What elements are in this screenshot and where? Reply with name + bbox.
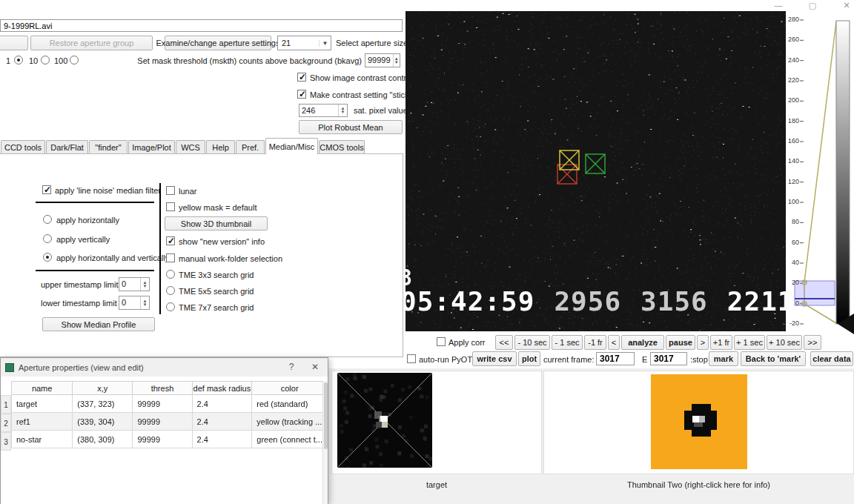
tab-wcs[interactable]: WCS — [176, 140, 205, 154]
yellow-mask-default-label[interactable]: yellow mask = default — [179, 203, 256, 212]
table-cell[interactable]: 99999 — [133, 431, 192, 448]
tme-3x3-search-grid-label[interactable]: TME 3x3 search grid — [179, 271, 254, 279]
tab-cmos-tools[interactable]: CMOS tools — [319, 140, 365, 154]
cut-off-button[interactable] — [0, 36, 28, 50]
dialog-titlebar[interactable]: Aperture properties (view and edit) — [1, 358, 328, 377]
tab-image-plot[interactable]: Image/Plot — [128, 140, 175, 154]
auto-run-pyote-label[interactable]: auto-run PyOTE — [419, 355, 477, 364]
lower-timestamp-spinner[interactable]: 0 ▲▼ — [119, 296, 150, 310]
tab-help[interactable]: Help — [206, 140, 235, 154]
spinner-arrows-icon[interactable]: ▲▼ — [140, 296, 149, 309]
restore-aperture-group-button[interactable]: Restore aperture group — [30, 36, 153, 50]
transport--button[interactable]: > — [697, 335, 709, 350]
median-direction-label[interactable]: apply horizontally and vertically — [56, 253, 169, 262]
table-cell[interactable]: (339, 304) — [73, 413, 133, 431]
dialog-help-button[interactable]: ? — [285, 360, 298, 374]
transport-pause-button[interactable]: pause — [666, 335, 695, 350]
spinner-arrows-icon[interactable]: ▲▼ — [338, 105, 347, 116]
tme-7x7-search-grid-label[interactable]: TME 7x7 search grid — [179, 303, 254, 312]
write-csv-button[interactable]: write csv — [472, 351, 517, 366]
lunar-label[interactable]: lunar — [179, 187, 196, 196]
show-contrast-checkbox[interactable] — [297, 73, 306, 82]
table-cell[interactable]: 2.4 — [192, 413, 252, 431]
zoom-radio[interactable] — [70, 56, 79, 64]
tab-ccd-tools[interactable]: CCD tools — [1, 140, 45, 154]
table-cell[interactable]: 99999 — [133, 395, 192, 413]
table-row[interactable]: ref1(339, 304)999992.4yellow (tracking .… — [12, 413, 328, 431]
median-direction-label[interactable]: apply vertically — [56, 235, 110, 244]
apply-corr-label[interactable]: Apply corr — [448, 338, 486, 347]
contrast-sticky-checkbox[interactable] — [297, 90, 306, 99]
transport--button[interactable]: << — [495, 335, 513, 350]
transport--button[interactable]: >> — [804, 335, 821, 350]
dialog-close-button[interactable]: ✕ — [308, 360, 322, 374]
manual-work-folder-selection-checkbox[interactable] — [166, 253, 175, 262]
show-median-profile-button[interactable]: Show Median Profile — [42, 317, 155, 331]
aperture-table[interactable]: namex,ythreshdef mask radiuscolor target… — [11, 381, 328, 448]
filename-input[interactable] — [0, 19, 403, 32]
dialog-scrollbar[interactable] — [322, 381, 328, 504]
table-row[interactable]: target(337, 323)999992.4red (standard) — [12, 395, 328, 413]
show-contrast-label[interactable]: Show image contrast control — [310, 73, 413, 82]
median-direction-radio[interactable] — [43, 215, 52, 224]
show-new-version-info-label[interactable]: show "new version" info — [179, 237, 265, 246]
main-video-frame[interactable]: 8 05:42:592956315622118 — [406, 11, 786, 331]
upper-timestamp-spinner[interactable]: 0 ▲▼ — [119, 277, 150, 291]
back-to-mark-button[interactable]: Back to 'mark' — [741, 351, 806, 366]
thumbnail-two-image[interactable] — [651, 374, 747, 469]
yellow-mask-default-checkbox[interactable] — [166, 202, 175, 211]
contrast-sticky-label[interactable]: Make contrast setting "sticky" — [310, 90, 416, 99]
transport-1sec-button[interactable]: - 1 sec — [552, 335, 583, 350]
median-direction-radio[interactable] — [43, 253, 52, 262]
clear-data-button[interactable]: clear data — [810, 351, 853, 366]
plot-robust-mean-button[interactable]: Plot Robust Mean — [299, 120, 403, 134]
zoom-radio-label[interactable]: 1 — [6, 56, 10, 65]
transport-analyze-button[interactable]: analyze — [621, 335, 664, 350]
mask-threshold-spinner[interactable]: 99999 ▲▼ — [365, 53, 400, 67]
median-direction-label[interactable]: apply horizontally — [56, 216, 119, 225]
level-region[interactable] — [795, 281, 835, 305]
sat-pixel-spinner[interactable]: 246 ▲▼ — [299, 104, 348, 117]
gradient-bar[interactable] — [836, 21, 850, 324]
table-cell[interactable]: 2.4 — [192, 395, 252, 413]
examine-aperture-settings-button[interactable]: Examine/change aperture settings — [165, 36, 271, 50]
line-noise-filter-checkbox[interactable] — [42, 185, 51, 194]
spinner-arrows-icon[interactable]: ▲▼ — [393, 54, 400, 67]
stop-frame-input[interactable] — [650, 352, 687, 365]
table-cell[interactable]: yellow (tracking ... — [252, 413, 328, 431]
transport--button[interactable]: < — [608, 335, 620, 350]
table-cell[interactable]: 2.4 — [192, 431, 252, 448]
current-frame-input[interactable] — [596, 352, 635, 365]
line-noise-filter-label[interactable]: apply 'line noise' median filter — [55, 186, 161, 195]
tme-5x5-search-grid-label[interactable]: TME 5x5 search grid — [179, 287, 254, 296]
transport-1fr-button[interactable]: -1 fr — [584, 335, 606, 350]
transport-1sec-button[interactable]: + 1 sec — [734, 335, 765, 350]
show-3d-thumbnail-button[interactable]: Show 3D thumbnail — [165, 216, 268, 231]
tab-pref-[interactable]: Pref. — [236, 140, 265, 154]
transport-10sec-button[interactable]: - 10 sec — [514, 335, 550, 350]
table-cell[interactable]: 99999 — [133, 413, 192, 431]
spinner-arrows-icon[interactable]: ▲▼ — [140, 278, 149, 291]
aperture-size-select[interactable]: 21 ▼ — [277, 36, 331, 50]
table-cell[interactable]: (337, 323) — [73, 395, 133, 413]
tab--finder-[interactable]: "finder" — [89, 140, 128, 154]
close-button[interactable]: ✕ — [839, 0, 854, 11]
zoom-radio[interactable] — [41, 56, 50, 64]
tab-median-misc[interactable]: Median/Misc — [265, 138, 318, 154]
maximize-button[interactable]: ▢ — [805, 0, 820, 11]
apply-corr-checkbox[interactable] — [437, 337, 446, 346]
table-row[interactable]: no-star(380, 309)999992.4green (connect … — [12, 431, 328, 448]
tme-7x7-search-grid-radio[interactable] — [166, 302, 175, 311]
table-cell[interactable]: no-star — [12, 431, 73, 448]
lunar-checkbox[interactable] — [166, 186, 175, 195]
tab-dark-flat[interactable]: Dark/Flat — [46, 140, 88, 154]
transport-1fr-button[interactable]: +1 fr — [710, 335, 732, 350]
manual-work-folder-selection-label[interactable]: manual work-folder selection — [179, 254, 282, 263]
table-cell[interactable]: ref1 — [12, 413, 73, 431]
auto-run-pyote-checkbox[interactable] — [407, 354, 416, 363]
zoom-radio-label[interactable]: 10 — [29, 56, 38, 65]
table-cell[interactable]: target — [12, 395, 73, 413]
zoom-radio-label[interactable]: 100 — [54, 56, 67, 65]
median-direction-radio[interactable] — [43, 234, 52, 243]
thumbnail-one-canvas[interactable] — [337, 373, 432, 468]
